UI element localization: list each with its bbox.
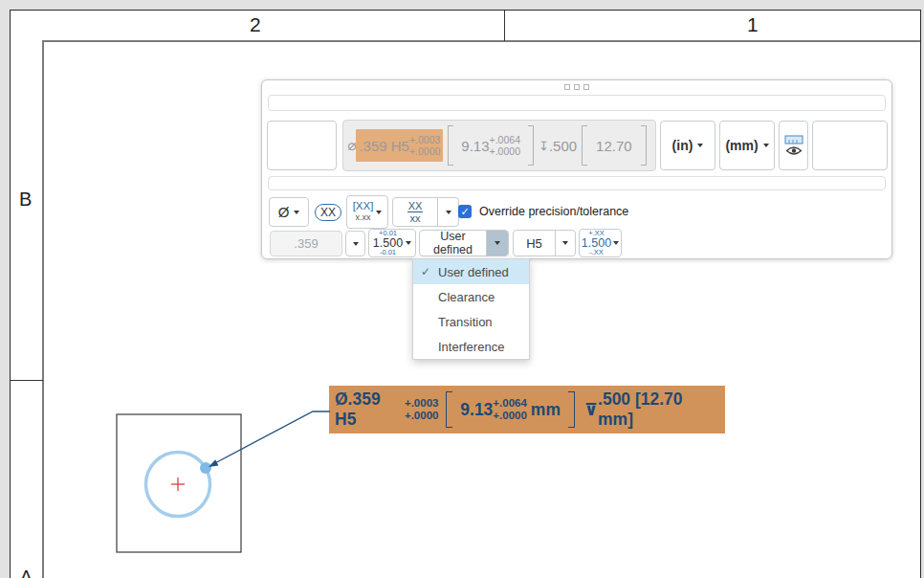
drag-handle-icon[interactable] xyxy=(564,84,589,90)
depth-symbol-icon: ⊽ xyxy=(584,400,598,419)
tolerance-type-dropdown[interactable]: User defined xyxy=(419,230,509,256)
caret-down-icon xyxy=(353,242,359,246)
preview-depth-symbol-icon: ↧ xyxy=(539,139,549,153)
secondary-units-label: (mm) xyxy=(725,138,758,153)
inspection-display-button[interactable] xyxy=(779,121,808,170)
caret-down-icon xyxy=(763,144,769,147)
checkmark-icon: ✓ xyxy=(421,265,438,278)
zone-divider-top xyxy=(504,11,505,41)
dimension-text-above-input[interactable] xyxy=(268,95,886,111)
dimension-preview-field[interactable]: ⌀.359 H5+.0003+.00009.13+.0064+.0000↧.50… xyxy=(342,120,656,171)
tolerance-type-label: User defined xyxy=(420,230,486,256)
menu-item-clearance[interactable]: Clearance xyxy=(413,284,529,309)
menu-item-interference[interactable]: Interference xyxy=(413,334,529,359)
caret-down-icon xyxy=(697,144,703,147)
fit-class-dropdown[interactable]: H5 xyxy=(513,230,576,256)
drawing-border-left xyxy=(42,40,44,578)
dimension-text-below-input[interactable] xyxy=(268,176,886,190)
zone-label-2: 2 xyxy=(250,13,261,36)
open-bracket-icon xyxy=(446,391,452,428)
secondary-units-dropdown[interactable]: (mm) xyxy=(719,121,775,170)
caret-down-icon xyxy=(294,211,299,214)
menu-item-user-defined[interactable]: ✓ User defined xyxy=(413,259,529,284)
parentheses-xx-icon: XX xyxy=(315,204,341,221)
callout-tol-lower: +.0000 xyxy=(405,410,439,422)
override-precision-checkbox[interactable]: ✓ xyxy=(458,205,472,218)
tolerance-type-caret-button[interactable] xyxy=(486,231,508,256)
zone-label-a: A xyxy=(20,567,33,578)
eye-icon xyxy=(785,145,803,156)
attachment-dot[interactable] xyxy=(200,462,211,474)
ruler-icon xyxy=(784,135,803,144)
sketch-view xyxy=(96,383,354,574)
preview-dual-value: 9.13 xyxy=(461,138,489,154)
open-bracket-icon xyxy=(448,125,453,166)
dual-dimension-dropdown[interactable]: [XX] x.xx xyxy=(346,195,388,229)
preview-selected-highlight: .359 H5+.0003+.0000 xyxy=(356,129,443,162)
fit-class-label: H5 xyxy=(514,236,555,251)
zone-label-b: B xyxy=(19,189,32,211)
callout-tolerance-stack: +.0003 +.0000 xyxy=(405,397,439,422)
drawing-border-top xyxy=(44,40,920,42)
prefix-text-input[interactable] xyxy=(267,121,337,170)
caret-down-icon xyxy=(495,241,500,245)
fraction-format-dropdown[interactable]: XX xx xyxy=(392,197,459,227)
dimension-edit-dialog: ⌀.359 H5+.0003+.00009.13+.0064+.0000↧.50… xyxy=(261,79,892,259)
preview-diameter-symbol: ⌀ xyxy=(347,137,356,154)
fraction-icon: XX xx xyxy=(393,200,437,224)
callout-dual-lower: +.0000 xyxy=(493,410,527,422)
close-bracket-icon xyxy=(528,125,534,166)
close-bracket-icon xyxy=(641,125,647,166)
menu-item-label: Transition xyxy=(438,315,493,329)
caret-down-icon xyxy=(562,241,568,245)
primary-units-dropdown[interactable]: (in) xyxy=(660,121,715,170)
menu-item-transition[interactable]: Transition xyxy=(413,309,529,334)
dimension-value-input[interactable]: .359 xyxy=(270,231,342,256)
zone-label-1: 1 xyxy=(747,13,759,36)
precision-dropdown[interactable]: +0.01 1.500 -0.01 xyxy=(368,229,416,257)
preview-tolerance-stack: +.0003+.0000 xyxy=(409,134,440,157)
preview-depth-dual-value: 12.70 xyxy=(596,138,632,154)
menu-item-label: Clearance xyxy=(438,290,495,304)
callout-depth-text: .500 [12.70 mm] xyxy=(598,389,719,430)
tolerance-type-menu: ✓ User defined Clearance Transition Inte… xyxy=(412,258,530,360)
drawing-workspace: 2 1 B A Ø.359 H5 +.0003 +.0000 9.13 +.00… xyxy=(0,0,924,578)
callout-dual-value: 9.13 xyxy=(460,400,493,420)
dimension-value-dropdown[interactable] xyxy=(345,231,365,256)
diameter-symbol: Ø xyxy=(278,204,290,220)
fit-precision-stack: +.XX 1.500 -.XX xyxy=(582,230,611,256)
suffix-text-input[interactable] xyxy=(812,121,888,170)
preview-value: .359 H5 xyxy=(359,138,409,154)
menu-item-label: User defined xyxy=(438,265,509,279)
dimension-callout[interactable]: Ø.359 H5 +.0003 +.0000 9.13 +.0064 +.000… xyxy=(329,386,725,434)
close-bracket-icon xyxy=(568,391,575,428)
preview-dual-tolerance-stack: +.0064+.0000 xyxy=(490,134,520,157)
precision-stack: +0.01 1.500 -0.01 xyxy=(373,230,403,256)
part-outline[interactable] xyxy=(117,414,241,552)
caret-down-icon xyxy=(406,241,411,245)
fit-precision-dropdown[interactable]: +.XX 1.500 -.XX xyxy=(579,229,622,257)
callout-tol-upper: +.0003 xyxy=(405,397,439,410)
callout-dual-tolerance-stack: +.0064 +.0000 xyxy=(493,397,527,422)
override-precision-label: Override precision/tolerance xyxy=(479,205,628,218)
primary-units-label: (in) xyxy=(672,138,693,153)
diameter-symbol-dropdown[interactable]: Ø xyxy=(269,197,309,227)
callout-dual-unit: mm xyxy=(531,400,561,420)
caret-down-icon xyxy=(446,211,451,214)
zone-divider-left xyxy=(11,380,43,381)
dual-dimension-icon: [XX] x.xx xyxy=(353,201,374,222)
reference-parentheses-button[interactable]: XX xyxy=(312,197,344,227)
caret-down-icon xyxy=(613,241,619,245)
preview-depth-value: .500 xyxy=(549,138,577,154)
callout-dual-upper: +.0064 xyxy=(493,397,527,410)
open-bracket-icon xyxy=(582,125,587,166)
caret-down-icon xyxy=(376,211,382,214)
menu-item-label: Interference xyxy=(438,340,504,354)
